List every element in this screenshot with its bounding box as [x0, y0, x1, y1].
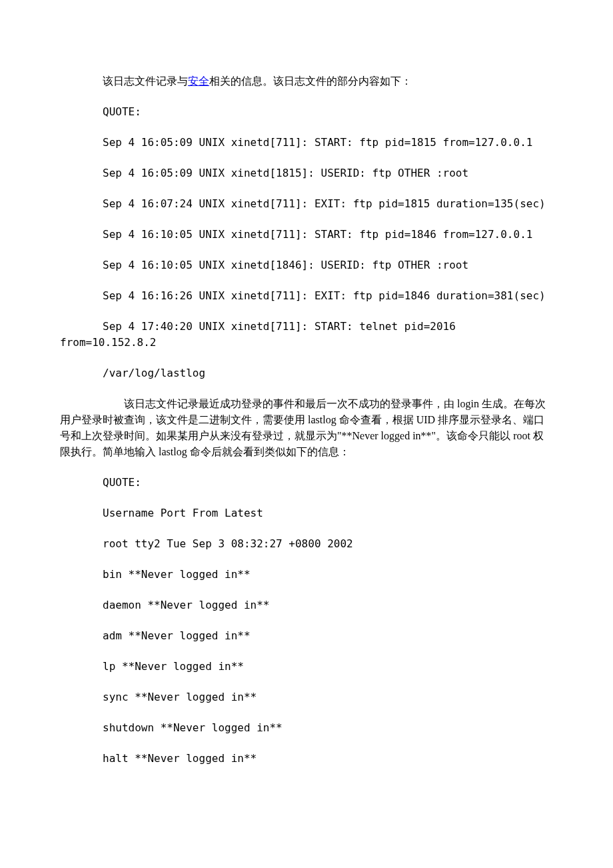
lastlog-row: root tty2 Tue Sep 3 08:32:27 +0800 2002	[60, 536, 553, 552]
quote-label-2: QUOTE:	[60, 475, 553, 491]
log-line-part-b: from=10.152.8.2	[60, 336, 157, 349]
security-link[interactable]: 安全	[188, 75, 209, 87]
log-line-part-a: Sep 4 17:40:20 UNIX xinetd[711]: START: …	[60, 319, 456, 335]
quote-label-1: QUOTE:	[60, 104, 553, 120]
lastlog-row: adm **Never logged in**	[60, 628, 553, 644]
intro-text-before-link: 该日志文件记录与	[103, 75, 188, 87]
log-line: Sep 4 16:05:09 UNIX xinetd[711]: START: …	[60, 135, 553, 151]
lastlog-row: shutdown **Never logged in**	[60, 720, 553, 736]
log-line: Sep 4 16:16:26 UNIX xinetd[711]: EXIT: f…	[60, 288, 553, 304]
lastlog-header: Username Port From Latest	[60, 505, 553, 521]
log-line-wrapped: Sep 4 17:40:20 UNIX xinetd[711]: START: …	[60, 319, 553, 351]
intro-paragraph: 该日志文件记录与安全相关的信息。该日志文件的部分内容如下：	[60, 73, 553, 89]
log-line: Sep 4 16:10:05 UNIX xinetd[711]: START: …	[60, 227, 553, 243]
document-page: 该日志文件记录与安全相关的信息。该日志文件的部分内容如下： QUOTE: Sep…	[0, 0, 613, 868]
lastlog-row: lp **Never logged in**	[60, 659, 553, 675]
intro-text-after-link: 相关的信息。该日志文件的部分内容如下：	[209, 75, 412, 87]
lastlog-row: halt **Never logged in**	[60, 751, 553, 767]
lastlog-description-text: 该日志文件记录最近成功登录的事件和最后一次不成功的登录事件，由 login 生成…	[60, 396, 553, 460]
lastlog-row: daemon **Never logged in**	[60, 597, 553, 613]
log-line: Sep 4 16:05:09 UNIX xinetd[1815]: USERID…	[60, 165, 553, 181]
lastlog-row: sync **Never logged in**	[60, 689, 553, 705]
lastlog-row: bin **Never logged in**	[60, 567, 553, 583]
log-line: Sep 4 16:07:24 UNIX xinetd[711]: EXIT: f…	[60, 196, 553, 212]
log-line: Sep 4 16:10:05 UNIX xinetd[1846]: USERID…	[60, 257, 553, 273]
file-path: /var/log/lastlog	[60, 365, 553, 381]
lastlog-description: 该日志文件记录最近成功登录的事件和最后一次不成功的登录事件，由 login 生成…	[60, 396, 553, 460]
